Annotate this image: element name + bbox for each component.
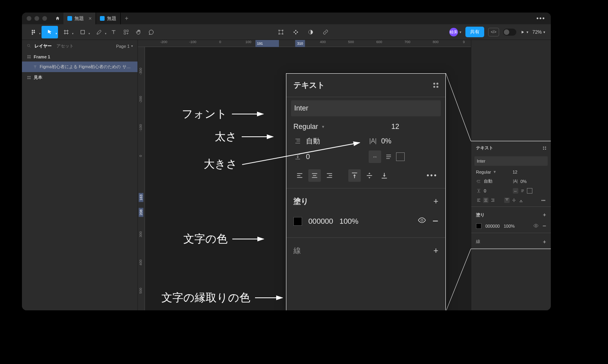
add-fill-button[interactable]: + bbox=[543, 212, 546, 218]
layer-sample[interactable]: 見本 bbox=[22, 72, 138, 83]
ruler-horizontal: -200 -100 0 100 191 310 400 500 600 700 … bbox=[138, 40, 471, 47]
link-button[interactable] bbox=[319, 26, 332, 38]
close-tab-icon[interactable]: × bbox=[89, 15, 92, 22]
page-selector[interactable]: Page 1 ▾ bbox=[116, 44, 133, 49]
layer-frame-1[interactable]: Frame 1 bbox=[22, 52, 138, 62]
font-weight-select[interactable]: Regular▾ bbox=[476, 169, 510, 174]
svg-point-15 bbox=[27, 44, 30, 47]
avatar-initial: 睦美 bbox=[450, 29, 458, 35]
resources-icon bbox=[123, 29, 129, 35]
hand-icon bbox=[136, 29, 142, 35]
align-bottom-icon[interactable] bbox=[518, 197, 524, 203]
frame-tool[interactable]: ▾ bbox=[58, 26, 74, 38]
more-type-options-icon[interactable]: ••• bbox=[541, 197, 546, 203]
paragraph-spacing-icon bbox=[476, 188, 481, 194]
edit-object-button[interactable] bbox=[275, 26, 287, 38]
dev-mode-button[interactable]: </> bbox=[488, 28, 499, 36]
titlebar: 無題 × 無題 + ••• bbox=[22, 13, 551, 24]
close-dot[interactable] bbox=[27, 16, 31, 21]
share-button[interactable]: 共有 bbox=[465, 27, 484, 37]
play-icon bbox=[520, 30, 525, 34]
add-stroke-button[interactable]: + bbox=[433, 246, 438, 256]
comment-tool[interactable] bbox=[145, 26, 157, 38]
auto-width-icon[interactable]: ↔ bbox=[513, 188, 518, 194]
letter-spacing-icon: |A| bbox=[369, 137, 377, 145]
visibility-icon[interactable] bbox=[418, 216, 426, 226]
link-icon bbox=[322, 29, 329, 35]
window-controls[interactable] bbox=[22, 16, 52, 21]
fixed-size-icon[interactable] bbox=[396, 152, 405, 161]
fill-swatch[interactable] bbox=[476, 223, 481, 229]
main-menu-button[interactable]: ▾ bbox=[25, 26, 42, 38]
pen-tool[interactable]: ▾ bbox=[91, 26, 107, 38]
layers-tab[interactable]: レイヤー bbox=[34, 43, 52, 49]
fill-opacity-value[interactable]: 100% bbox=[504, 224, 515, 228]
remove-fill-icon[interactable]: − bbox=[543, 223, 546, 230]
file-tab-label: 無題 bbox=[107, 15, 116, 22]
fill-section-title: 塗り bbox=[476, 212, 485, 218]
remove-fill-icon[interactable]: − bbox=[432, 215, 438, 227]
mask-button[interactable] bbox=[304, 26, 317, 38]
font-weight-select-big[interactable]: Regular ▾ bbox=[293, 123, 387, 131]
fixed-size-icon[interactable] bbox=[527, 188, 532, 194]
style-picker-icon[interactable] bbox=[433, 83, 438, 88]
align-bottom-button[interactable] bbox=[378, 169, 391, 182]
assets-tab[interactable]: アセット bbox=[56, 43, 74, 49]
mask-icon bbox=[308, 29, 314, 35]
letter-spacing-value[interactable]: 0% bbox=[521, 179, 527, 184]
present-button[interactable]: ▾ bbox=[520, 30, 528, 34]
hand-tool[interactable] bbox=[132, 26, 145, 38]
auto-height-icon[interactable] bbox=[384, 152, 393, 161]
align-center-icon[interactable] bbox=[483, 197, 489, 203]
align-left-icon[interactable] bbox=[476, 197, 481, 203]
move-tool[interactable]: ▾ bbox=[42, 26, 58, 38]
component-button[interactable] bbox=[290, 26, 302, 38]
fill-hex-value[interactable]: 000000 bbox=[485, 224, 500, 228]
align-middle-button[interactable] bbox=[363, 169, 376, 182]
file-tab-2[interactable]: 無題 bbox=[96, 13, 121, 24]
pen-icon bbox=[96, 29, 102, 35]
fill-swatch-big[interactable] bbox=[293, 217, 302, 226]
frame-icon bbox=[27, 54, 31, 59]
home-tab[interactable] bbox=[52, 13, 63, 24]
figma-logo-icon bbox=[30, 29, 36, 35]
text-tool[interactable] bbox=[107, 26, 120, 38]
letter-spacing-value-big[interactable]: 0% bbox=[381, 137, 391, 145]
font-family-input-big[interactable]: Inter bbox=[291, 100, 441, 116]
font-size-input-big[interactable]: 12 bbox=[391, 123, 438, 131]
more-type-options-button[interactable]: ••• bbox=[426, 169, 438, 182]
font-family-input[interactable]: Inter bbox=[474, 156, 548, 166]
file-tab-1[interactable]: 無題 × bbox=[63, 13, 96, 24]
paragraph-spacing-value[interactable]: 0 bbox=[484, 188, 486, 193]
user-avatar[interactable]: 睦美 ▾ bbox=[449, 28, 461, 36]
line-height-value[interactable]: 自動 bbox=[484, 178, 492, 184]
add-fill-button[interactable]: + bbox=[433, 196, 438, 206]
add-stroke-button[interactable]: + bbox=[543, 239, 546, 245]
font-size-input[interactable]: 12 bbox=[513, 170, 546, 174]
resources-tool[interactable] bbox=[120, 26, 132, 38]
maximize-dot[interactable] bbox=[42, 16, 47, 21]
fill-opacity-value-big[interactable]: 100% bbox=[339, 217, 358, 226]
svg-point-21 bbox=[421, 219, 423, 221]
style-picker-icon[interactable] bbox=[543, 147, 546, 150]
text-icon bbox=[110, 29, 117, 35]
figma-window: 無題 × 無題 + ••• ▾ ▾ ▾ ▾ bbox=[22, 13, 551, 310]
zoom-control[interactable]: 72% ▾ bbox=[532, 29, 548, 35]
home-icon bbox=[55, 16, 60, 21]
component-icon bbox=[293, 29, 299, 35]
visibility-icon[interactable] bbox=[533, 223, 539, 229]
dev-toggle[interactable] bbox=[503, 29, 516, 36]
add-tab-button[interactable]: + bbox=[121, 15, 132, 22]
stroke-section-title-big: 線 bbox=[293, 246, 301, 256]
fill-hex-value-big[interactable]: 000000 bbox=[308, 217, 333, 226]
auto-width-icon[interactable]: ↔ bbox=[369, 150, 381, 163]
titlebar-menu-icon[interactable]: ••• bbox=[531, 15, 551, 22]
minimize-dot[interactable] bbox=[34, 16, 39, 21]
align-middle-icon[interactable] bbox=[511, 197, 517, 203]
search-icon[interactable] bbox=[27, 43, 31, 49]
shape-tool[interactable]: ▾ bbox=[74, 26, 91, 38]
auto-height-icon[interactable] bbox=[520, 188, 525, 194]
align-top-icon[interactable] bbox=[504, 197, 510, 203]
align-right-icon[interactable] bbox=[490, 197, 496, 203]
layer-text-selected[interactable]: Figma初心者による Figma初心者のための サムネ... bbox=[22, 62, 138, 72]
